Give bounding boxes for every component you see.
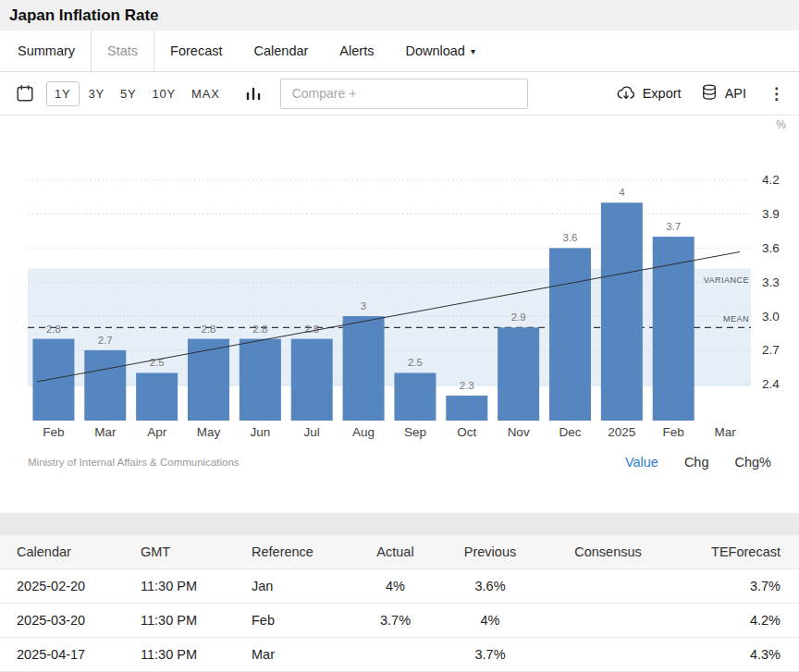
- column-header-calendar: Calendar: [0, 535, 129, 569]
- x-axis-label: May: [197, 425, 221, 439]
- chart-footer: Ministry of Internal Affairs & Communica…: [0, 444, 799, 470]
- mean-label: MEAN: [723, 314, 749, 324]
- range-max[interactable]: MAX: [185, 81, 227, 106]
- table-cell: 4.3%: [675, 638, 799, 672]
- y-axis-tick: 3.6: [762, 241, 780, 255]
- page-title: Japan Inflation Rate: [9, 6, 790, 25]
- page-header: Japan Inflation Rate: [0, 0, 799, 31]
- table-header-row: CalendarGMTReferenceActualPreviousConsen…: [0, 535, 799, 569]
- table-cell: [351, 638, 439, 672]
- bar-Oct[interactable]: [446, 396, 487, 421]
- range-5y[interactable]: 5Y: [114, 81, 143, 106]
- bar-May[interactable]: [188, 339, 229, 421]
- y-axis-tick: 3.9: [762, 207, 780, 221]
- bar-value-label: 2.8: [46, 324, 61, 335]
- variance-label: VARIANCE: [704, 275, 749, 285]
- calendar-table-card: CalendarGMTReferenceActualPreviousConsen…: [0, 535, 799, 671]
- bar-value-label: 2.8: [202, 324, 216, 335]
- cloud-download-icon: [616, 83, 636, 104]
- table-row[interactable]: 2025-04-1711:30 PMMar3.7%4.3%: [0, 638, 799, 672]
- column-header-teforecast: TEForecast: [675, 535, 799, 569]
- column-header-reference: Reference: [240, 535, 351, 569]
- api-button[interactable]: API: [700, 83, 746, 104]
- tab-download[interactable]: Download▾: [389, 31, 491, 71]
- x-axis-label: Feb: [43, 425, 64, 439]
- table-cell: 3.7%: [439, 638, 541, 672]
- chart-mode-chg[interactable]: Chg: [684, 455, 709, 470]
- chart-toolbar: 1Y3Y5Y10YMAX Export: [0, 72, 799, 116]
- tab-forecast[interactable]: Forecast: [154, 31, 238, 71]
- bar-Jul[interactable]: [291, 339, 333, 421]
- table-cell: 2025-04-17: [0, 638, 129, 672]
- table-cell: 4.2%: [675, 604, 799, 638]
- calendar-table: CalendarGMTReferenceActualPreviousConsen…: [0, 535, 799, 671]
- tab-bar: SummaryStatsForecastCalendarAlertsDownlo…: [0, 31, 799, 72]
- page: Japan Inflation Rate SummaryStatsForecas…: [0, 0, 799, 671]
- tab-alerts[interactable]: Alerts: [324, 31, 389, 71]
- y-axis-tick: 2.4: [762, 377, 780, 391]
- chart-mode-chgpct[interactable]: Chg%: [735, 455, 772, 470]
- x-axis-label: 2025: [608, 425, 635, 439]
- bar-value-label: 4: [619, 187, 625, 198]
- bar-Apr[interactable]: [136, 373, 178, 421]
- more-menu-icon[interactable]: ⋮: [765, 84, 788, 104]
- bar-value-label: 2.5: [408, 357, 423, 368]
- export-label: Export: [643, 86, 682, 101]
- tab-stats[interactable]: Stats: [91, 31, 154, 71]
- tab-label: Summary: [18, 43, 75, 58]
- bar-value-label: 2.8: [252, 324, 267, 335]
- table-row[interactable]: 2025-03-2011:30 PMFeb3.7%4%4.2%: [0, 604, 799, 638]
- tab-summary[interactable]: Summary: [2, 31, 91, 71]
- table-cell: Mar: [240, 638, 351, 672]
- y-axis-unit: %: [776, 118, 786, 131]
- table-cell: 3.7%: [675, 569, 799, 604]
- export-button[interactable]: Export: [616, 83, 682, 104]
- table-cell: Jan: [240, 569, 351, 604]
- tab-label: Forecast: [170, 43, 222, 58]
- range-10y[interactable]: 10Y: [146, 81, 183, 106]
- bar-Jun[interactable]: [240, 339, 281, 421]
- tab-calendar[interactable]: Calendar: [239, 31, 325, 71]
- calendar-icon[interactable]: [11, 79, 39, 107]
- compare-input[interactable]: [280, 79, 528, 109]
- table-cell: [541, 569, 675, 604]
- bar-value-label: 2.7: [98, 335, 113, 346]
- chevron-down-icon: ▾: [471, 46, 475, 56]
- x-axis-label: Apr: [147, 425, 167, 439]
- range-1y[interactable]: 1Y: [46, 81, 80, 106]
- bar-Dec[interactable]: [549, 248, 591, 421]
- column-header-consensus: Consensus: [541, 535, 675, 569]
- x-axis-label: Jun: [250, 425, 270, 439]
- table-cell: Feb: [240, 604, 351, 638]
- table-cell: 11:30 PM: [129, 638, 240, 672]
- range-selector: 1Y3Y5Y10YMAX: [46, 81, 227, 106]
- bar-Mar[interactable]: [84, 350, 126, 421]
- table-cell: [541, 638, 675, 672]
- x-axis-label: Mar: [94, 425, 117, 439]
- x-axis-label: Aug: [352, 425, 375, 439]
- tab-label: Stats: [107, 43, 138, 58]
- table-row[interactable]: 2025-02-2011:30 PMJan4%3.6%3.7%: [0, 569, 799, 604]
- range-3y[interactable]: 3Y: [82, 81, 112, 106]
- inflation-bar-chart: 2.42.73.03.33.63.94.22.82.72.52.82.82.83…: [0, 116, 799, 444]
- bar-value-label: 2.9: [511, 312, 526, 323]
- x-axis-label: Oct: [457, 425, 476, 439]
- tab-label: Download: [405, 43, 465, 58]
- bar-value-label: 2.3: [460, 380, 474, 391]
- bar-Nov[interactable]: [498, 327, 539, 421]
- source-attribution: Ministry of Internal Affairs & Communica…: [28, 457, 240, 468]
- bar-value-label: 3.7: [666, 221, 681, 232]
- y-axis-tick: 4.2: [762, 173, 780, 187]
- x-axis-label: Nov: [508, 425, 530, 439]
- bar-Aug[interactable]: [343, 316, 385, 421]
- bar-2025[interactable]: [601, 202, 643, 421]
- chart-mode-value[interactable]: Value: [625, 455, 658, 470]
- bar-Feb[interactable]: [32, 339, 74, 421]
- bar-chart-type-icon[interactable]: [240, 79, 267, 107]
- table-cell: 4%: [439, 604, 541, 638]
- bar-Sep[interactable]: [394, 373, 436, 421]
- x-axis-label: Feb: [663, 425, 684, 439]
- table-cell: 2025-02-20: [0, 569, 129, 604]
- y-axis-tick: 3.0: [762, 310, 780, 324]
- table-cell: 11:30 PM: [129, 569, 240, 604]
